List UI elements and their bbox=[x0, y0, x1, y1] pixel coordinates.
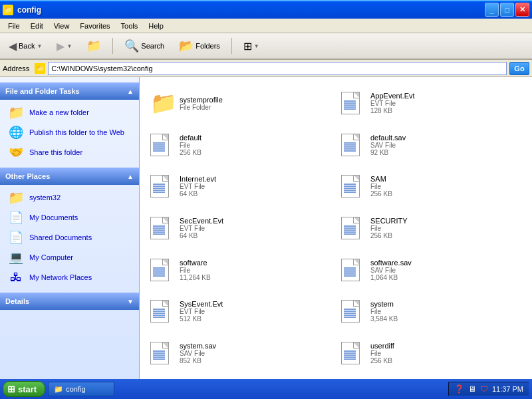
file-item[interactable]: default.savSAV File92 KB bbox=[336, 124, 527, 166]
up-button[interactable]: 📁 bbox=[80, 36, 107, 56]
my-network-places-label: My Network Places bbox=[29, 273, 92, 281]
back-dropdown-icon[interactable]: ▼ bbox=[37, 43, 42, 49]
file-folder-tasks-header[interactable]: File and Folder Tasks ▲ bbox=[0, 82, 139, 100]
address-input[interactable]: C:\WINDOWS\system32\config bbox=[48, 62, 507, 75]
file-item-size: 512 KB bbox=[180, 315, 223, 323]
address-folder-icon: 📁 bbox=[35, 63, 45, 74]
share-folder-item[interactable]: 🤝 Share this folder bbox=[0, 142, 139, 162]
file-item-name: default.sav bbox=[370, 134, 406, 142]
minimize-button[interactable]: _ bbox=[485, 3, 499, 17]
file-item-name: default bbox=[180, 134, 201, 142]
file-item[interactable]: userdiffFile256 KB bbox=[336, 332, 527, 374]
file-item-info: defaultFile256 KB bbox=[180, 134, 201, 156]
file-item[interactable]: 📁systemprofileFile Folder bbox=[145, 82, 336, 124]
file-item-type: File bbox=[180, 142, 201, 149]
titlebar-buttons: _ □ ✕ bbox=[485, 3, 529, 17]
publish-folder-item[interactable]: 🌐 Publish this folder to the Web bbox=[0, 122, 139, 142]
forward-button[interactable]: ▶ ▼ bbox=[51, 36, 78, 56]
file-item-info: systemprofileFile Folder bbox=[180, 96, 223, 111]
file-item-type: File bbox=[370, 350, 394, 357]
file-item-name: software.sav bbox=[370, 259, 412, 267]
toolbar-separator-2 bbox=[231, 38, 232, 54]
system32-item[interactable]: 📁 system32 bbox=[0, 188, 139, 207]
back-button[interactable]: ◀ Back ▼ bbox=[3, 36, 48, 56]
file-item[interactable]: software.savSAV File1,064 KB bbox=[336, 249, 527, 291]
file-item-info: softwareFile11,264 KB bbox=[180, 259, 211, 281]
tray-network-icon: 🖥 bbox=[468, 384, 476, 394]
file-item[interactable]: system.savSAV File852 KB bbox=[145, 332, 336, 374]
views-button[interactable]: ⊞ ▼ bbox=[237, 36, 265, 56]
my-documents-item[interactable]: 📄 My Documents bbox=[0, 207, 139, 227]
windows-logo-icon: ⊞ bbox=[7, 384, 15, 394]
file-item[interactable]: SysEvent.EvtEVT File512 KB bbox=[145, 291, 336, 332]
taskbar-config-window[interactable]: 📁 config bbox=[48, 382, 114, 396]
taskbar-folder-icon: 📁 bbox=[54, 385, 63, 394]
details-arrow-icon: ▼ bbox=[127, 298, 134, 305]
file-item[interactable]: softwareFile11,264 KB bbox=[145, 249, 336, 291]
folders-button[interactable]: 📂 Folders bbox=[173, 36, 226, 56]
file-item-type: EVT File bbox=[180, 308, 223, 315]
file-icon bbox=[341, 341, 365, 365]
publish-icon: 🌐 bbox=[8, 124, 24, 140]
make-new-folder-label: Make a new folder bbox=[29, 108, 89, 116]
titlebar-left: 📁 config bbox=[3, 5, 41, 15]
file-item-info: Internet.evtEVT File64 KB bbox=[180, 175, 216, 198]
file-icon bbox=[150, 216, 174, 240]
maximize-button[interactable]: □ bbox=[500, 3, 514, 17]
other-places-section: Other Places ▲ 📁 system32 📄 My Documents… bbox=[0, 168, 139, 287]
file-item-size: 64 KB bbox=[180, 190, 216, 198]
file-item-size: 256 KB bbox=[370, 190, 392, 198]
file-item-type: EVT File bbox=[180, 225, 223, 232]
file-item[interactable]: SAMFile256 KB bbox=[336, 166, 527, 207]
close-button[interactable]: ✕ bbox=[515, 3, 529, 17]
file-item[interactable]: SECURITYFile256 KB bbox=[336, 207, 527, 249]
file-item-type: SAV File bbox=[180, 350, 216, 357]
start-label: start bbox=[18, 384, 37, 394]
menubar: File Edit View Favorites Tools Help bbox=[0, 19, 532, 33]
file-item[interactable]: AppEvent.EvtEVT File128 KB bbox=[336, 82, 527, 124]
menu-help[interactable]: Help bbox=[143, 21, 169, 31]
file-item-type: File Folder bbox=[180, 104, 223, 111]
new-folder-icon: 📁 bbox=[8, 104, 24, 120]
tray-help-icon: ❓ bbox=[454, 384, 464, 394]
toolbar: ◀ Back ▼ ▶ ▼ 📁 🔍 Search 📂 Folders ⊞ ▼ bbox=[0, 33, 532, 60]
my-documents-label: My Documents bbox=[29, 213, 78, 221]
address-go-button[interactable]: Go bbox=[509, 62, 529, 75]
addressbar: Address 📁 C:\WINDOWS\system32\config Go bbox=[0, 60, 532, 77]
file-item-info: AppEvent.EvtEVT File128 KB bbox=[370, 92, 415, 114]
file-item[interactable]: systemFile3,584 KB bbox=[336, 291, 527, 332]
my-network-places-item[interactable]: 🖧 My Network Places bbox=[0, 267, 139, 287]
other-places-header[interactable]: Other Places ▲ bbox=[0, 168, 139, 185]
file-icon bbox=[341, 174, 365, 198]
menu-tools[interactable]: Tools bbox=[116, 21, 144, 31]
file-folder-tasks-arrow-icon: ▲ bbox=[127, 88, 134, 95]
left-panel: File and Folder Tasks ▲ 📁 Make a new fol… bbox=[0, 77, 140, 379]
my-computer-item[interactable]: 💻 My Computer bbox=[0, 247, 139, 267]
menu-favorites[interactable]: Favorites bbox=[74, 21, 115, 31]
file-item-name: SecEvent.Evt bbox=[180, 217, 223, 225]
menu-edit[interactable]: Edit bbox=[25, 21, 49, 31]
shared-documents-item[interactable]: 📄 Shared Documents bbox=[0, 227, 139, 247]
menu-view[interactable]: View bbox=[49, 21, 75, 31]
file-item[interactable]: Internet.evtEVT File64 KB bbox=[145, 166, 336, 207]
back-label: Back bbox=[19, 42, 35, 50]
other-places-arrow-icon: ▲ bbox=[127, 173, 134, 180]
make-new-folder-item[interactable]: 📁 Make a new folder bbox=[0, 102, 139, 122]
file-item-info: software.savSAV File1,064 KB bbox=[370, 259, 412, 281]
file-item-type: EVT File bbox=[180, 183, 216, 190]
start-button[interactable]: ⊞ start bbox=[3, 381, 45, 397]
details-section: Details ▼ bbox=[0, 293, 139, 310]
file-icon bbox=[150, 299, 174, 323]
file-item-name: system.sav bbox=[180, 342, 216, 350]
file-item-size: 256 KB bbox=[370, 357, 394, 364]
details-header[interactable]: Details ▼ bbox=[0, 293, 139, 310]
titlebar-folder-icon: 📁 bbox=[3, 5, 13, 15]
forward-dropdown-icon[interactable]: ▼ bbox=[66, 43, 72, 49]
file-item[interactable]: defaultFile256 KB bbox=[145, 124, 336, 166]
views-dropdown-icon[interactable]: ▼ bbox=[254, 43, 259, 49]
file-item-size: 64 KB bbox=[180, 232, 223, 239]
file-item-info: SysEvent.EvtEVT File512 KB bbox=[180, 300, 223, 323]
search-button[interactable]: 🔍 Search bbox=[118, 36, 170, 56]
menu-file[interactable]: File bbox=[3, 21, 25, 31]
file-item[interactable]: SecEvent.EvtEVT File64 KB bbox=[145, 207, 336, 249]
